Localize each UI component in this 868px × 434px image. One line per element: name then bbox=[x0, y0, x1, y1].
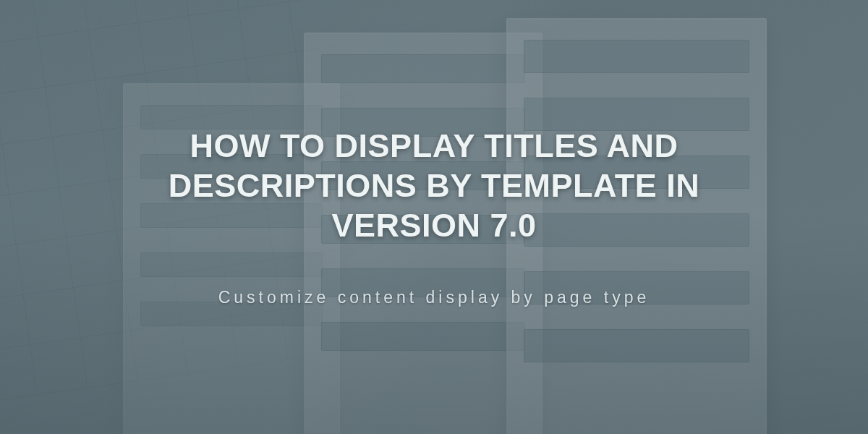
hero-subtitle: Customize content display by page type bbox=[218, 288, 650, 307]
hero-title: HOW TO DISPLAY TITLES AND DESCRIPTIONS B… bbox=[109, 127, 760, 246]
hero-content: HOW TO DISPLAY TITLES AND DESCRIPTIONS B… bbox=[0, 0, 868, 434]
